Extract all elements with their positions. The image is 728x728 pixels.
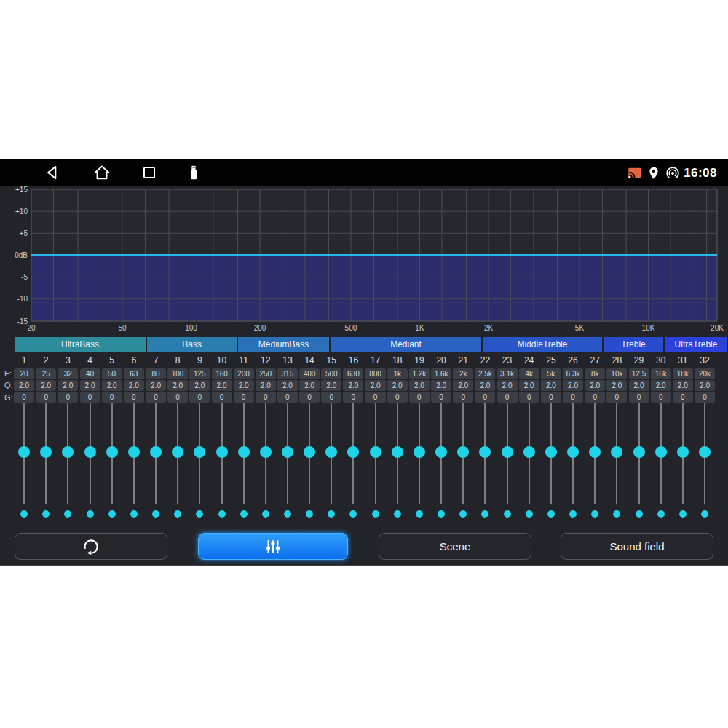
bottom-button-row: Scene Sound field: [0, 533, 728, 560]
freq-value-chip: 8k: [585, 368, 605, 379]
slider-thumb[interactable]: [40, 446, 52, 458]
eq-channel-18: 181k2.00: [387, 355, 408, 521]
slider-thumb[interactable]: [567, 446, 579, 458]
q-value-chip: 2.0: [673, 380, 693, 391]
slider-thumb[interactable]: [457, 446, 469, 458]
eq-channel-13: 133152.00: [277, 355, 298, 521]
svg-text:20: 20: [27, 324, 36, 332]
back-icon[interactable]: [43, 163, 62, 182]
slider-thumb[interactable]: [370, 446, 381, 458]
slider-thumb[interactable]: [502, 446, 513, 458]
slider-thumb[interactable]: [194, 446, 205, 458]
freq-value-chip: 18k: [673, 368, 693, 379]
location-icon: [646, 165, 662, 181]
channel-number: 26: [562, 355, 584, 366]
slider-thumb[interactable]: [633, 446, 645, 458]
slider-thumb[interactable]: [150, 446, 162, 458]
channel-number: 2: [35, 355, 57, 366]
gain-value-chip: 0: [256, 392, 276, 403]
freq-value-chip: 315: [277, 368, 298, 379]
svg-text:+5: +5: [20, 229, 28, 237]
slider-thumb[interactable]: [128, 446, 140, 458]
slider-tick-dot: [438, 510, 445, 518]
freq-value-chip: 200: [234, 368, 254, 379]
gain-value-chip: 0: [80, 392, 100, 403]
slider-tick-dot: [108, 510, 116, 518]
gain-value-chip: 0: [189, 392, 210, 403]
freq-value-chip: 1.2k: [409, 368, 430, 379]
freq-value-chip: 12.5: [629, 368, 649, 379]
slider-thumb[interactable]: [216, 446, 228, 458]
slider-thumb[interactable]: [699, 446, 711, 458]
slider-thumb[interactable]: [172, 446, 183, 458]
freq-value-chip: 800: [365, 368, 386, 379]
q-value-chip: 2.0: [299, 380, 320, 391]
usb-icon: [184, 163, 203, 182]
eq-channel-19: 191.2k2.00: [408, 355, 430, 521]
eq-channel-20: 201.6k2.00: [430, 355, 452, 521]
slider-thumb[interactable]: [414, 446, 425, 458]
slider-thumb[interactable]: [479, 446, 491, 458]
channel-number: 17: [365, 355, 387, 366]
equalizer-button[interactable]: [198, 533, 348, 560]
slider-thumb[interactable]: [260, 446, 272, 458]
scene-button[interactable]: Scene: [379, 533, 531, 560]
slider-thumb[interactable]: [392, 446, 403, 458]
freq-value-chip: 500: [321, 368, 341, 379]
channel-number: 21: [452, 355, 474, 366]
band-header-mediant: Mediant: [331, 337, 481, 352]
channel-number: 25: [540, 355, 562, 366]
slider-tick-dot: [394, 510, 401, 518]
freq-value-chip: 125: [189, 368, 210, 379]
status-bar: 16:08: [0, 159, 728, 186]
gain-value-chip: 0: [167, 392, 188, 403]
slider-thumb[interactable]: [106, 446, 118, 458]
slider-thumb[interactable]: [325, 446, 337, 458]
slider-thumb[interactable]: [545, 446, 557, 458]
freq-value-chip: 80: [146, 368, 166, 379]
slider-thumb[interactable]: [347, 446, 359, 458]
q-value-chip: 2.0: [189, 380, 210, 391]
svg-text:-10: -10: [17, 295, 28, 303]
freq-value-chip: 40: [80, 368, 100, 379]
home-icon[interactable]: [92, 163, 111, 182]
sound-field-button[interactable]: Sound field: [561, 533, 713, 560]
slider-thumb[interactable]: [523, 446, 535, 458]
slider-thumb[interactable]: [611, 446, 622, 458]
slider-thumb[interactable]: [62, 446, 74, 458]
slider-thumb[interactable]: [655, 446, 667, 458]
svg-text:-5: -5: [21, 273, 28, 281]
eq-channel-6: 6632.00: [123, 355, 145, 521]
slider-thumb[interactable]: [677, 446, 689, 458]
eq-channel-12: 122502.00: [255, 355, 277, 521]
slider-thumb[interactable]: [282, 446, 293, 458]
freq-value-chip: 4k: [519, 368, 539, 379]
slider-thumb[interactable]: [304, 446, 315, 458]
slider-tick-dot: [328, 510, 335, 518]
channel-number: 31: [672, 355, 694, 366]
freq-value-chip: 630: [343, 368, 363, 379]
q-value-chip: 2.0: [167, 380, 188, 391]
channel-number: 10: [211, 355, 233, 366]
recents-icon[interactable]: [140, 163, 159, 182]
gain-value-chip: 0: [497, 392, 518, 403]
reset-button[interactable]: [15, 533, 167, 560]
cast-icon: [627, 165, 643, 181]
slider-tick-dot: [481, 510, 488, 518]
slider-thumb[interactable]: [84, 446, 96, 458]
band-header-ultrabass: UltraBass: [15, 337, 146, 352]
freq-value-chip: 20k: [695, 368, 715, 379]
q-value-chip: 2.0: [651, 380, 671, 391]
slider-thumb[interactable]: [589, 446, 601, 458]
slider-tick-dot: [613, 510, 620, 518]
svg-text:500: 500: [345, 324, 357, 332]
band-header-bass: Bass: [147, 337, 237, 352]
svg-text:5K: 5K: [575, 324, 585, 332]
slider-thumb[interactable]: [18, 446, 30, 458]
slider-thumb[interactable]: [435, 446, 447, 458]
channel-number: 19: [408, 355, 430, 366]
freq-value-chip: 2.5k: [475, 368, 495, 379]
gain-value-chip: 0: [124, 392, 144, 403]
slider-thumb[interactable]: [238, 446, 250, 458]
freq-value-chip: 25: [36, 368, 56, 379]
